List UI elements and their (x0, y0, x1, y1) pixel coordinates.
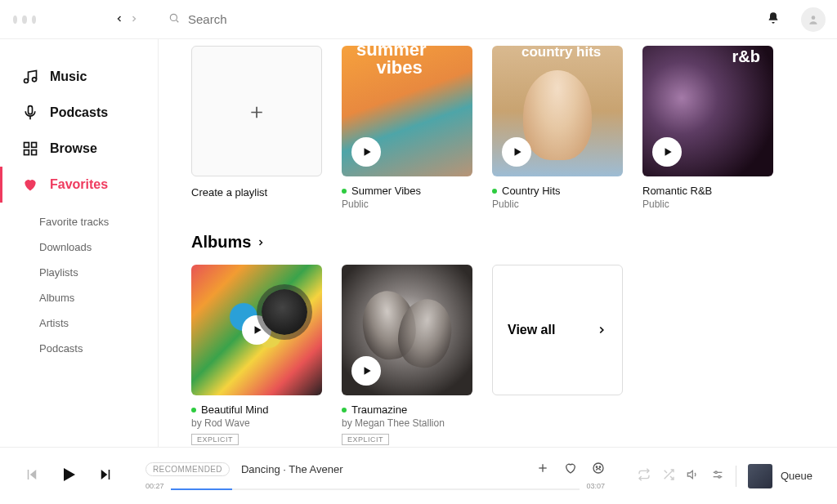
queue-label: Queue (781, 470, 812, 482)
svg-marker-14 (255, 326, 262, 333)
add-track-button[interactable] (536, 462, 549, 477)
sub-downloads[interactable]: Downloads (39, 234, 158, 260)
dislike-track-button[interactable] (592, 462, 605, 477)
playlists-row: ＋ Create a playlist Summer Vibes Public … (191, 46, 804, 210)
playlist-subtitle: Public (342, 198, 472, 210)
playlist-title: Summer Vibes (351, 185, 421, 197)
svg-point-4 (33, 78, 37, 82)
prev-track-button[interactable] (25, 467, 39, 485)
play-pause-button[interactable] (59, 465, 78, 488)
svg-point-3 (25, 79, 29, 83)
playlist-subtitle: Public (492, 198, 623, 210)
queue-button[interactable]: Queue (748, 464, 812, 488)
online-dot-icon (492, 189, 497, 194)
playlist-art (642, 46, 773, 176)
svg-marker-11 (365, 148, 371, 155)
play-button[interactable] (502, 137, 531, 167)
albums-header-label: Albums (191, 233, 251, 252)
like-track-button[interactable] (564, 462, 577, 477)
albums-header[interactable]: Albums (191, 233, 804, 252)
svg-line-28 (665, 470, 667, 472)
online-dot-icon (342, 189, 347, 194)
explicit-badge: EXPLICIT (191, 434, 239, 445)
svg-point-25 (599, 466, 600, 467)
create-playlist-card[interactable]: ＋ Create a playlist (191, 46, 322, 210)
favorites-sublist: Favorite tracks Downloads Playlists Albu… (0, 203, 158, 361)
playlist-card[interactable]: Romantic R&B Public (642, 46, 773, 210)
online-dot-icon (342, 408, 347, 413)
nav-podcasts[interactable]: Podcasts (0, 95, 158, 131)
content: ＋ Create a playlist Summer Vibes Public … (159, 39, 837, 447)
svg-marker-12 (515, 148, 521, 155)
sub-artists[interactable]: Artists (39, 310, 158, 336)
playlist-subtitle: Public (642, 198, 773, 210)
nav-music[interactable]: Music (0, 59, 158, 95)
plus-icon: ＋ (191, 46, 322, 176)
time-total: 03:07 (586, 482, 605, 490)
repeat-button[interactable] (638, 468, 651, 484)
nav-favorites[interactable]: Favorites (0, 167, 158, 203)
svg-marker-16 (30, 470, 37, 479)
queue-thumb (748, 464, 772, 488)
album-title: Traumazine (351, 404, 407, 416)
shuffle-button[interactable] (662, 468, 675, 484)
albums-row: Beautiful Mind by Rod Wave EXPLICIT Trau… (191, 265, 804, 445)
svg-point-0 (170, 14, 177, 20)
search-icon (168, 12, 180, 27)
settings-button[interactable] (711, 468, 724, 484)
nav-back-button[interactable] (114, 12, 124, 27)
svg-rect-8 (32, 143, 37, 148)
play-button[interactable] (652, 137, 682, 167)
nav-favorites-label: Favorites (50, 177, 108, 192)
playlist-card[interactable]: Summer Vibes Public (342, 46, 472, 210)
player-bar: RECOMMENDED Dancing · The Avener 00:27 0… (0, 447, 837, 504)
track-info: RECOMMENDED Dancing · The Avener 00:27 0… (113, 462, 638, 490)
time-elapsed: 00:27 (145, 482, 164, 490)
playlist-art (342, 46, 472, 176)
nav-browse-label: Browse (50, 141, 97, 156)
play-button[interactable] (351, 356, 381, 386)
topbar (0, 0, 837, 39)
svg-point-33 (718, 475, 721, 478)
sub-playlists[interactable]: Playlists (39, 260, 158, 285)
sub-favorite-tracks[interactable]: Favorite tracks (39, 209, 158, 234)
nav-podcasts-label: Podcasts (50, 105, 108, 120)
nav-music-label: Music (50, 69, 87, 84)
svg-point-2 (812, 16, 816, 20)
search-input[interactable] (188, 12, 744, 26)
album-art (191, 265, 322, 395)
album-card[interactable]: Beautiful Mind by Rod Wave EXPLICIT (191, 265, 322, 445)
svg-rect-17 (28, 470, 29, 479)
view-all-label: View all (508, 323, 555, 337)
window-controls (0, 16, 49, 24)
svg-rect-20 (109, 470, 110, 479)
volume-button[interactable] (687, 468, 700, 484)
playlist-title: Country Hits (502, 185, 561, 197)
play-button[interactable] (242, 315, 271, 345)
sub-albums[interactable]: Albums (39, 285, 158, 310)
album-card[interactable]: Traumazine by Megan Thee Stallion EXPLIC… (342, 265, 472, 445)
svg-marker-29 (687, 471, 692, 478)
svg-point-24 (596, 466, 597, 467)
svg-marker-13 (665, 148, 672, 155)
playlist-title: Romantic R&B (642, 185, 712, 197)
sub-podcasts[interactable]: Podcasts (39, 336, 158, 361)
nav-browse[interactable]: Browse (0, 131, 158, 167)
view-all-card[interactable]: View all (492, 265, 623, 395)
user-avatar[interactable] (801, 7, 826, 32)
chevron-right-icon (256, 238, 266, 248)
play-button[interactable] (351, 137, 381, 167)
search-wrapper[interactable] (155, 12, 757, 27)
nav-forward-button[interactable] (129, 12, 139, 27)
svg-marker-19 (101, 470, 108, 479)
album-art (342, 265, 472, 395)
seek-bar[interactable] (171, 488, 580, 490)
playlist-card[interactable]: Country Hits Public (492, 46, 623, 210)
svg-rect-10 (32, 150, 37, 155)
next-track-button[interactable] (98, 467, 113, 485)
notifications-icon[interactable] (757, 11, 790, 28)
album-title: Beautiful Mind (201, 404, 268, 416)
svg-rect-9 (25, 150, 29, 155)
svg-marker-15 (365, 367, 371, 374)
separator (736, 466, 736, 487)
